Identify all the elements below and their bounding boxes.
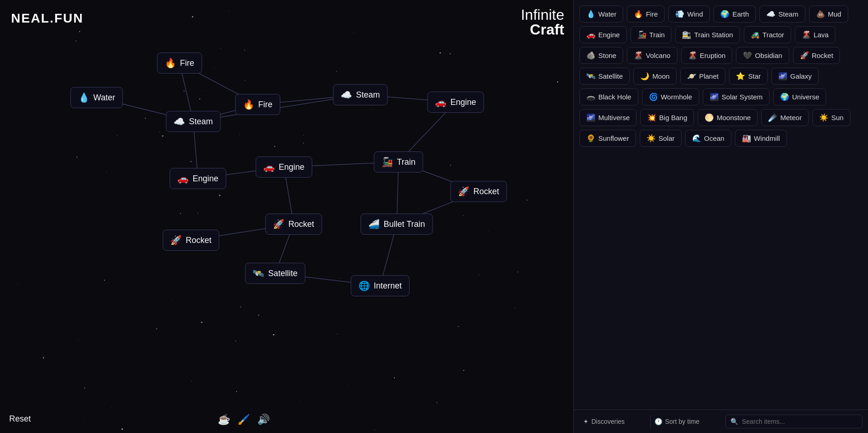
node-rocket3[interactable]: 🚀Rocket [265,214,322,235]
sidebar-item[interactable]: 🚗Engine [579,26,627,43]
search-bar: 🔍 [725,415,862,428]
node-emoji: 🚗 [435,97,446,108]
sidebar-item[interactable]: 🌌Solar System [703,88,770,105]
item-label: Windmill [754,134,780,142]
sidebar-item[interactable]: 💨Wind [668,6,710,23]
sidebar-item[interactable]: 🌋Volcano [627,47,677,64]
sidebar-item[interactable]: 🌌Multiverse [579,109,637,126]
item-emoji: 🚉 [682,30,691,39]
sidebar-item[interactable]: 🌊Ocean [685,130,731,147]
bottom-icons: ☕ 🖌️ 🔊 [218,414,270,426]
sidebar-item[interactable]: 🌕Moonstone [698,109,758,126]
node-rocket2[interactable]: 🚀Rocket [162,230,219,251]
sidebar-item[interactable]: 🚜Tractor [744,26,791,43]
sidebar-item[interactable]: ☀️Solar [640,130,682,147]
sidebar-item[interactable]: 🪨Stone [579,47,623,64]
item-emoji: 🌙 [640,72,649,81]
item-label: Tractor [763,31,784,39]
node-water1[interactable]: 💧Water [70,87,123,108]
sidebar-item[interactable]: 🌌Galaxy [771,68,819,85]
node-label: Steam [189,117,213,127]
node-fire2[interactable]: 🔥Fire [235,94,280,115]
discoveries-label: Discoveries [591,418,625,425]
item-label: Wormhole [661,93,692,101]
item-label: Multiverse [598,114,630,121]
sidebar-item[interactable]: ☄️Meteor [761,109,809,126]
item-emoji: 🌍 [780,92,789,101]
node-emoji: 🚀 [273,219,284,230]
sidebar-item[interactable]: 🌋Eruption [681,47,733,64]
sidebar-item[interactable]: 🌋Lava [795,26,836,43]
sidebar-item[interactable]: 🚉Train Station [675,26,740,43]
sidebar-item[interactable]: ☁️Steam [759,6,805,23]
item-emoji: 🔥 [634,10,643,18]
item-emoji: ☄️ [768,113,777,122]
sidebar-item[interactable]: 🌍Universe [773,88,826,105]
node-engine3[interactable]: 🚗Engine [255,156,312,178]
node-internet1[interactable]: 🌐Internet [351,275,410,296]
node-rocket1[interactable]: 🚀Rocket [450,181,507,202]
node-label: Rocket [288,219,314,229]
node-engine1[interactable]: 🚗Engine [427,92,484,113]
node-fire1[interactable]: 🔥Fire [157,52,202,74]
sidebar-item[interactable]: 🌻Sunflower [579,130,636,147]
item-label: Lava [814,31,829,39]
item-label: Black Hole [598,93,631,101]
item-label: Fire [646,10,658,18]
item-label: Rocket [812,52,833,59]
game-title-line2: Craft [521,22,564,37]
sidebar-item[interactable]: 🌀Wormhole [642,88,699,105]
sidebar-item[interactable]: ☀️Sun [812,109,851,126]
sidebar-item[interactable]: ⭐Star [729,68,768,85]
item-emoji: 🌋 [802,30,811,39]
sidebar-item[interactable]: 💥Big Bang [640,109,694,126]
sidebar-item[interactable]: 🌙Moon [633,68,677,85]
search-input[interactable] [742,418,857,425]
item-label: Volcano [646,52,670,59]
sidebar-item[interactable]: 🏭Windmill [735,130,787,147]
node-label: Internet [374,281,402,291]
coffee-icon[interactable]: ☕ [218,414,230,426]
node-engine2[interactable]: 🚗Engine [169,168,226,189]
item-label: Eruption [700,52,726,59]
discoveries-button[interactable]: ✦ Discoveries [579,415,650,428]
item-label: Train [649,31,665,39]
item-label: Engine [598,31,620,39]
sidebar-item[interactable]: 🛰️Satellite [579,68,630,85]
item-label: Planet [699,72,719,80]
item-emoji: 🌍 [720,10,729,18]
brush-icon[interactable]: 🖌️ [237,414,250,426]
item-emoji: 🚂 [637,30,647,39]
sidebar-item[interactable]: 🔥Fire [627,6,665,23]
node-label: Satellite [268,269,297,278]
sidebar-item[interactable]: 🚂Train [631,26,672,43]
node-train1[interactable]: 🚂Train [374,151,423,173]
node-steam2[interactable]: ☁️Steam [333,84,388,105]
sidebar-item[interactable]: 💩Mud [809,6,848,23]
node-bullettrain1[interactable]: 🚄Bullet Train [360,214,433,235]
sidebar-item[interactable]: 💧Water [579,6,623,23]
sound-icon[interactable]: 🔊 [257,414,270,426]
sidebar-item[interactable]: 🕳️Black Hole [579,88,638,105]
item-emoji: 🛰️ [586,72,596,81]
item-label: Earth [732,10,749,18]
node-steam1[interactable]: ☁️Steam [166,111,220,132]
sidebar-item[interactable]: 🪐Planet [680,68,726,85]
node-label: Train [397,157,415,167]
reset-button[interactable]: Reset [9,414,31,424]
node-label: Engine [278,162,304,172]
node-label: Engine [192,174,218,184]
node-satellite1[interactable]: 🛰️Satellite [245,263,305,284]
node-emoji: 💧 [78,92,90,103]
sort-button[interactable]: 🕐 Sort by time [650,415,722,428]
sidebar-item[interactable]: 🚀Rocket [793,47,840,64]
node-label: Water [93,93,115,103]
item-label: Sun [831,114,844,121]
item-emoji: 🪨 [586,51,596,60]
item-label: Obsidian [755,52,782,59]
sidebar-item[interactable]: 🖤Obsidian [736,47,789,64]
item-label: Stone [598,52,616,59]
item-emoji: 🌻 [586,134,596,143]
sidebar-item[interactable]: 🌍Earth [713,6,756,23]
node-emoji: ☁️ [174,116,185,127]
